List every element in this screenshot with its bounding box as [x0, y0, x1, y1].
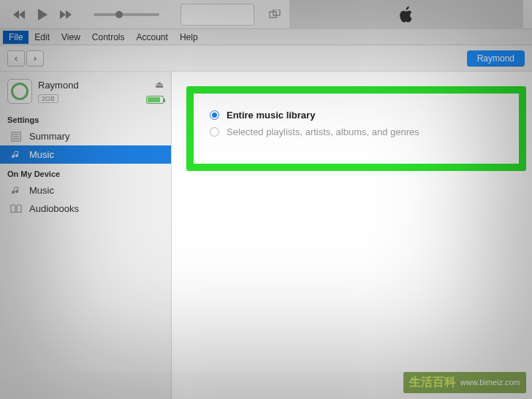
forward-button[interactable]: ›	[26, 50, 44, 66]
section-ondevice-label: On My Device	[0, 164, 171, 181]
nav-buttons: ‹ ›	[7, 50, 44, 66]
menu-account-label: Account	[137, 32, 168, 42]
watermark: 生活百科 www.bimeiz.com	[403, 372, 526, 393]
volume-slider[interactable]	[94, 13, 159, 16]
device-header: Raymond 2GB ⏏	[0, 73, 171, 110]
menu-bar: File Edit View Controls Account Help	[0, 29, 532, 45]
user-account-label: Raymond	[477, 53, 514, 64]
sidebar-item-label: Summary	[29, 131, 70, 142]
nav-row: ‹ › Raymond	[0, 45, 532, 72]
radio-off-icon	[210, 127, 219, 137]
section-settings-label: Settings	[0, 110, 171, 127]
menu-controls-label: Controls	[92, 32, 125, 42]
main-split: Raymond 2GB ⏏ Settings Summary Music On …	[0, 72, 532, 399]
radio-selected-playlists[interactable]: Selected playlists, artists, albums, and…	[210, 123, 503, 140]
device-name: Raymond	[38, 80, 140, 91]
menu-file[interactable]: File	[3, 31, 28, 44]
play-button[interactable]	[32, 4, 53, 25]
menu-edit-label: Edit	[34, 32, 50, 42]
music-icon	[10, 186, 22, 196]
menu-edit[interactable]: Edit	[28, 31, 56, 44]
sidebar-item-summary[interactable]: Summary	[0, 127, 171, 145]
radio-entire-library[interactable]: Entire music library	[210, 107, 503, 123]
device-capacity-badge: 2GB	[38, 94, 58, 103]
now-playing-display	[180, 4, 254, 26]
battery-icon	[146, 96, 164, 104]
miniplayer-button[interactable]	[263, 4, 286, 25]
menu-controls[interactable]: Controls	[86, 31, 131, 44]
sidebar-item-label: Music	[29, 149, 54, 160]
sidebar-item-label: Music	[29, 185, 54, 196]
menu-view-label: View	[61, 32, 80, 42]
previous-track-button[interactable]	[9, 4, 29, 25]
apple-logo-panel	[289, 0, 523, 29]
radio-label: Selected playlists, artists, albums, and…	[227, 126, 419, 137]
watermark-url: www.bimeiz.com	[460, 377, 520, 387]
watermark-cn: 生活百科	[409, 375, 456, 390]
ipod-shuffle-icon	[7, 79, 32, 104]
sidebar-item-label: Audiobooks	[29, 203, 79, 214]
menu-account[interactable]: Account	[131, 31, 174, 44]
music-icon	[10, 150, 22, 160]
menu-help-label: Help	[180, 32, 198, 42]
sidebar-item-music[interactable]: Music	[0, 145, 171, 164]
sidebar: Raymond 2GB ⏏ Settings Summary Music On …	[0, 72, 172, 399]
device-status-column: ⏏	[146, 79, 164, 104]
summary-icon	[10, 132, 22, 142]
sidebar-item-device-music[interactable]: Music	[0, 181, 171, 200]
user-account-button[interactable]: Raymond	[467, 50, 525, 66]
device-info: Raymond 2GB	[38, 80, 140, 104]
menu-view[interactable]: View	[56, 31, 86, 44]
sidebar-item-audiobooks[interactable]: Audiobooks	[0, 200, 171, 218]
menu-help[interactable]: Help	[174, 31, 204, 44]
eject-button[interactable]: ⏏	[155, 79, 164, 90]
radio-label: Entire music library	[227, 110, 315, 121]
sync-options-highlight: Entire music library Selected playlists,…	[186, 86, 526, 171]
audiobooks-icon	[10, 204, 22, 214]
content-pane: Entire music library Selected playlists,…	[172, 72, 532, 399]
menu-file-label: File	[9, 32, 23, 42]
playback-toolbar	[0, 0, 532, 29]
next-track-button[interactable]	[56, 4, 76, 25]
back-button[interactable]: ‹	[7, 50, 25, 66]
radio-on-icon	[210, 110, 219, 120]
